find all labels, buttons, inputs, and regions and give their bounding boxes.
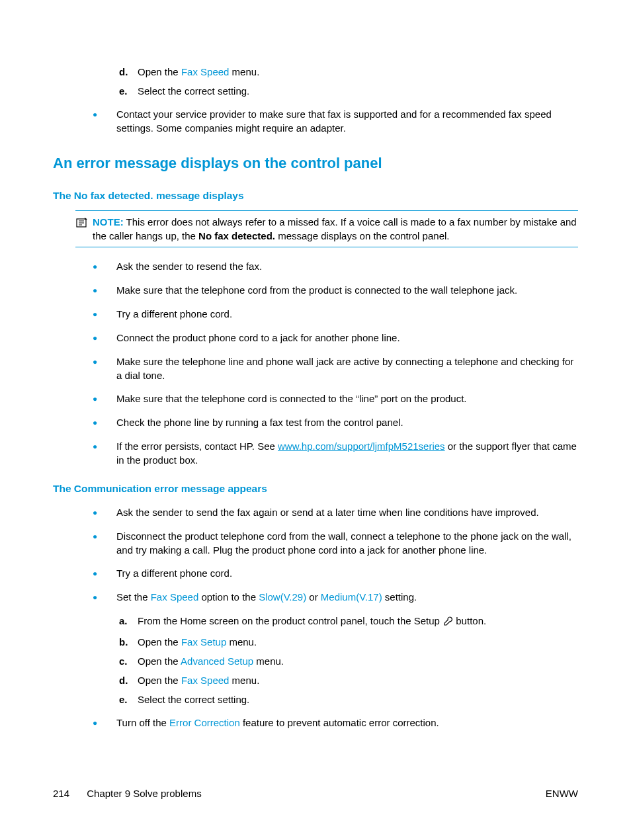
bullet-icon: ● <box>93 392 116 406</box>
list-item: ●Try a different phone cord. <box>93 566 578 581</box>
list-item: ●Check the phone line by running a fax t… <box>93 415 578 430</box>
list-text: Turn off the Error Correction feature to… <box>116 716 578 730</box>
step-d: d. Open the Fax Speed menu. <box>119 65 578 79</box>
bullet-icon: ● <box>93 331 116 345</box>
step-text: Open the Fax Speed menu. <box>138 65 259 79</box>
list-item: ●Ask the sender to resend the fax. <box>93 259 578 274</box>
bullet-icon: ● <box>93 439 116 467</box>
list-item: ●Make sure that the telephone cord is co… <box>93 392 578 406</box>
list-item: ● If the error persists, contact HP. See… <box>93 439 578 467</box>
bullet-icon: ● <box>93 355 116 382</box>
step-marker: b. <box>119 635 138 649</box>
bullet-icon: ● <box>93 415 116 430</box>
footer-right: ENWW <box>546 786 578 800</box>
list-text: Set the Fax Speed option to the Slow(V.2… <box>116 590 578 605</box>
list-item: ● Turn off the Error Correction feature … <box>93 716 578 730</box>
bullet-icon: ● <box>93 505 116 520</box>
ui-term-slow: Slow(V.29) <box>259 591 306 603</box>
ui-term-medium: Medium(V.17) <box>321 591 382 603</box>
bullet-icon: ● <box>93 529 116 557</box>
top-bullet-list: ● Contact your service provider to make … <box>93 107 578 135</box>
page: d. Open the Fax Speed menu. e. Select th… <box>0 0 631 840</box>
ui-term-advanced-setup: Advanced Setup <box>181 655 253 667</box>
step-a: a. From the Home screen on the product c… <box>119 614 578 630</box>
list-item: ●Disconnect the product telephone cord f… <box>93 529 578 557</box>
sec2-bullets: ●Ask the sender to send the fax again or… <box>93 505 578 605</box>
note-icon <box>75 215 93 243</box>
note-box: NOTE: This error does not always refer t… <box>75 210 578 247</box>
step-text: Select the correct setting. <box>138 693 249 706</box>
list-item: ●Make sure that the telephone cord from … <box>93 283 578 298</box>
step-marker: e. <box>119 693 138 706</box>
sec1-bullets: ●Ask the sender to resend the fax. ●Make… <box>93 259 578 467</box>
step-marker: c. <box>119 654 138 668</box>
list-text: If the error persists, contact HP. See w… <box>116 439 578 467</box>
step-text: From the Home screen on the product cont… <box>138 614 486 630</box>
bullet-icon: ● <box>93 566 116 581</box>
note-body: NOTE: This error does not always refer t… <box>93 215 578 243</box>
ui-term-fax-speed: Fax Speed <box>181 66 230 77</box>
ui-term-fax-speed: Fax Speed <box>181 675 230 686</box>
ui-term-fax-setup: Fax Setup <box>181 636 226 648</box>
top-ordered-steps: d. Open the Fax Speed menu. e. Select th… <box>119 65 578 98</box>
heading-no-fax-detected: The No fax detected. message displays <box>53 189 578 203</box>
list-item: ● Contact your service provider to make … <box>93 107 578 135</box>
step-marker: d. <box>119 673 138 687</box>
note-label: NOTE: <box>93 216 124 228</box>
footer-left: 214 Chapter 9 Solve problems <box>53 786 202 800</box>
step-text: Open the Fax Setup menu. <box>138 635 257 649</box>
list-item: ● Set the Fax Speed option to the Slow(V… <box>93 590 578 605</box>
sec2-bullets-2: ● Turn off the Error Correction feature … <box>93 716 578 730</box>
step-c: c. Open the Advanced Setup menu. <box>119 654 578 668</box>
list-item: ●Ask the sender to send the fax again or… <box>93 505 578 520</box>
ui-term-error-correction: Error Correction <box>169 717 240 728</box>
step-text: Select the correct setting. <box>138 84 249 98</box>
list-item: ●Try a different phone cord. <box>93 307 578 321</box>
list-text: Contact your service provider to make su… <box>116 107 578 135</box>
list-item: ●Make sure the telephone line and phone … <box>93 355 578 382</box>
bullet-icon: ● <box>93 590 116 605</box>
wrench-icon <box>442 616 453 630</box>
step-b: b. Open the Fax Setup menu. <box>119 635 578 649</box>
page-footer: 214 Chapter 9 Solve problems ENWW <box>53 786 578 800</box>
step-text: Open the Fax Speed menu. <box>138 673 259 687</box>
bullet-icon: ● <box>93 259 116 274</box>
ui-term-fax-speed: Fax Speed <box>151 591 199 603</box>
bullet-icon: ● <box>93 307 116 321</box>
note-bold: No fax detected. <box>198 230 275 241</box>
step-marker: a. <box>119 614 138 630</box>
step-text: Open the Advanced Setup menu. <box>138 654 284 668</box>
bullet-icon: ● <box>93 716 116 730</box>
step-marker: d. <box>119 65 138 79</box>
step-e: e. Select the correct setting. <box>119 84 578 98</box>
step-marker: e. <box>119 84 138 98</box>
support-link[interactable]: www.hp.com/support/ljmfpM521series <box>278 441 445 452</box>
step-d2: d. Open the Fax Speed menu. <box>119 673 578 687</box>
heading-error-message: An error message displays on the control… <box>53 153 578 174</box>
heading-comm-error: The Communication error message appears <box>53 482 578 496</box>
sec2-ordered-steps: a. From the Home screen on the product c… <box>119 614 578 706</box>
bullet-icon: ● <box>93 283 116 298</box>
list-item: ●Connect the product phone cord to a jac… <box>93 331 578 345</box>
page-number: 214 <box>53 788 69 799</box>
step-e2: e. Select the correct setting. <box>119 693 578 706</box>
chapter-label: Chapter 9 Solve problems <box>87 788 201 799</box>
bullet-icon: ● <box>93 107 116 135</box>
